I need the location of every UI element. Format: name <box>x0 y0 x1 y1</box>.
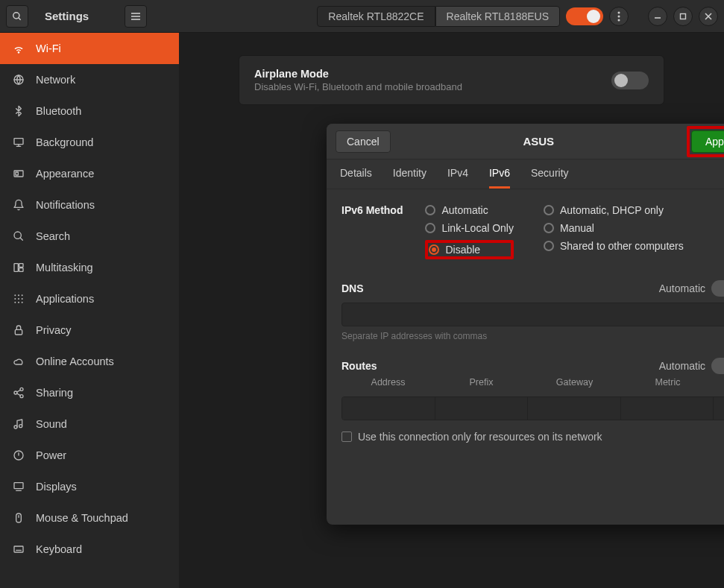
sidebar-item-keyboard[interactable]: Keyboard <box>0 534 179 565</box>
delete-route-button[interactable] <box>714 397 724 420</box>
only-resources-checkbox[interactable]: Use this connection only for resources o… <box>341 431 724 443</box>
tab-details[interactable]: Details <box>340 167 372 189</box>
apply-button[interactable]: Apply <box>691 130 724 153</box>
wifi-icon <box>12 42 25 55</box>
only-resources-label: Use this connection only for resources o… <box>358 431 602 443</box>
cancel-button[interactable]: Cancel <box>336 130 391 153</box>
close-button[interactable] <box>699 7 718 26</box>
maximize-icon <box>679 13 687 20</box>
sidebar-item-power[interactable]: Power <box>0 440 179 471</box>
svg-rect-9 <box>681 13 686 19</box>
lock-icon <box>12 323 25 337</box>
tab-security[interactable]: Security <box>531 167 569 189</box>
device-tab[interactable]: Realtek RTL8188EUS <box>435 6 560 27</box>
ipv6-method-automatic[interactable]: Automatic <box>425 204 514 216</box>
sound-icon <box>12 417 25 431</box>
hamburger-button[interactable] <box>125 5 147 28</box>
sidebar-item-appearance[interactable]: Appearance <box>0 158 179 189</box>
minimize-icon <box>654 13 661 20</box>
dns-automatic-toggle[interactable] <box>711 280 724 297</box>
svg-point-31 <box>14 302 16 303</box>
routes-automatic-label: Automatic <box>659 360 705 372</box>
radio-label: Manual <box>560 222 594 234</box>
radio-icon <box>425 223 435 233</box>
close-icon <box>705 13 712 20</box>
search-icon <box>12 11 22 22</box>
sidebar-item-label: Applications <box>36 293 94 305</box>
sidebar-item-background[interactable]: Background <box>0 127 179 158</box>
mouse-icon <box>12 511 25 525</box>
svg-rect-22 <box>14 264 18 272</box>
svg-point-25 <box>14 294 16 296</box>
sidebar-item-notifications[interactable]: Notifications <box>0 189 179 221</box>
ipv6-method-link-local-only[interactable]: Link-Local Only <box>425 222 514 234</box>
ipv6-method-shared-to-other-computers[interactable]: Shared to other computers <box>544 240 684 252</box>
svg-rect-48 <box>14 546 23 552</box>
sidebar-item-label: Network <box>36 74 75 86</box>
connection-dialog: Cancel ASUS Apply DetailsIdentityIPv4IPv… <box>327 124 724 525</box>
maximize-button[interactable] <box>673 7 693 26</box>
route-prefix-input[interactable] <box>435 397 529 420</box>
tab-ipv6[interactable]: IPv6 <box>489 167 510 189</box>
sidebar-item-mouse-touchpad[interactable]: Mouse & Touchpad <box>0 502 179 534</box>
device-tab[interactable]: Realtek RTL8822CE <box>317 6 435 27</box>
svg-point-28 <box>14 298 16 300</box>
radio-label: Shared to other computers <box>560 240 684 252</box>
sidebar-item-privacy[interactable]: Privacy <box>0 314 179 346</box>
route-address-input[interactable] <box>342 397 435 420</box>
sidebar-item-online-accounts[interactable]: Online Accounts <box>0 346 179 377</box>
sidebar-item-multitasking[interactable]: Multitasking <box>0 252 179 283</box>
svg-line-21 <box>20 238 22 240</box>
minimize-button[interactable] <box>648 7 667 26</box>
header-bar: Settings Realtek RTL8822CERealtek RTL818… <box>0 0 724 33</box>
checkbox-icon <box>341 431 352 442</box>
sidebar-item-label: Power <box>36 449 66 461</box>
kebab-menu-button[interactable] <box>609 7 629 26</box>
sidebar-item-sharing[interactable]: Sharing <box>0 377 179 408</box>
airplane-mode-toggle[interactable] <box>611 72 649 89</box>
sidebar-item-sound[interactable]: Sound <box>0 408 179 440</box>
radio-label: Automatic, DHCP only <box>560 204 664 216</box>
ipv6-method-label: IPv6 Method <box>341 204 403 216</box>
sidebar-item-label: Privacy <box>36 324 72 336</box>
sidebar-item-label: Notifications <box>36 199 95 211</box>
tab-identity[interactable]: Identity <box>393 167 426 189</box>
sidebar-item-applications[interactable]: Applications <box>0 283 179 314</box>
ipv6-method-disable[interactable]: Disable <box>429 244 480 256</box>
sidebar-item-search[interactable]: Search <box>0 221 179 252</box>
sidebar-item-network[interactable]: Network <box>0 64 179 95</box>
routes-automatic-toggle[interactable] <box>711 358 724 374</box>
dns-input[interactable] <box>341 303 724 326</box>
search-button[interactable] <box>6 5 28 28</box>
apply-highlight: Apply <box>687 126 724 157</box>
sidebar: Wi-FiNetworkBluetoothBackgroundAppearanc… <box>0 33 179 588</box>
tab-ipv4[interactable]: IPv4 <box>447 167 468 189</box>
radio-icon <box>544 241 554 251</box>
ipv6-method-manual[interactable]: Manual <box>544 222 684 234</box>
sidebar-item-label: Displays <box>36 481 77 493</box>
bluetooth-icon <box>12 104 25 118</box>
appearance-icon <box>12 167 25 180</box>
ipv6-method-automatic-dhcp-only[interactable]: Automatic, DHCP only <box>544 204 684 216</box>
wifi-adapter-toggle[interactable] <box>566 7 603 25</box>
svg-point-32 <box>18 302 19 303</box>
dialog-tabs: DetailsIdentityIPv4IPv6Security <box>327 159 724 189</box>
desktop-icon <box>12 136 25 149</box>
sidebar-item-label: Mouse & Touchpad <box>36 512 128 524</box>
svg-point-27 <box>22 294 23 296</box>
cloud-icon <box>12 355 25 368</box>
dialog-title: ASUS <box>391 135 687 148</box>
sidebar-item-bluetooth[interactable]: Bluetooth <box>0 95 179 127</box>
sidebar-item-displays[interactable]: Displays <box>0 471 179 502</box>
content-area: Airplane Mode Disables Wi-Fi, Bluetooth … <box>179 33 724 588</box>
route-gateway-input[interactable] <box>528 397 621 420</box>
svg-rect-23 <box>19 264 23 268</box>
route-metric-input[interactable] <box>621 397 714 420</box>
airplane-subtitle: Disables Wi-Fi, Bluetooth and mobile bro… <box>254 81 462 92</box>
sidebar-item-wi-fi[interactable]: Wi-Fi <box>0 33 179 64</box>
dns-hint: Separate IP addresses with commas <box>341 331 724 341</box>
radio-icon <box>425 205 435 215</box>
sidebar-item-label: Wi-Fi <box>36 42 61 54</box>
app-title: Settings <box>45 10 89 22</box>
radio-icon <box>429 244 439 255</box>
